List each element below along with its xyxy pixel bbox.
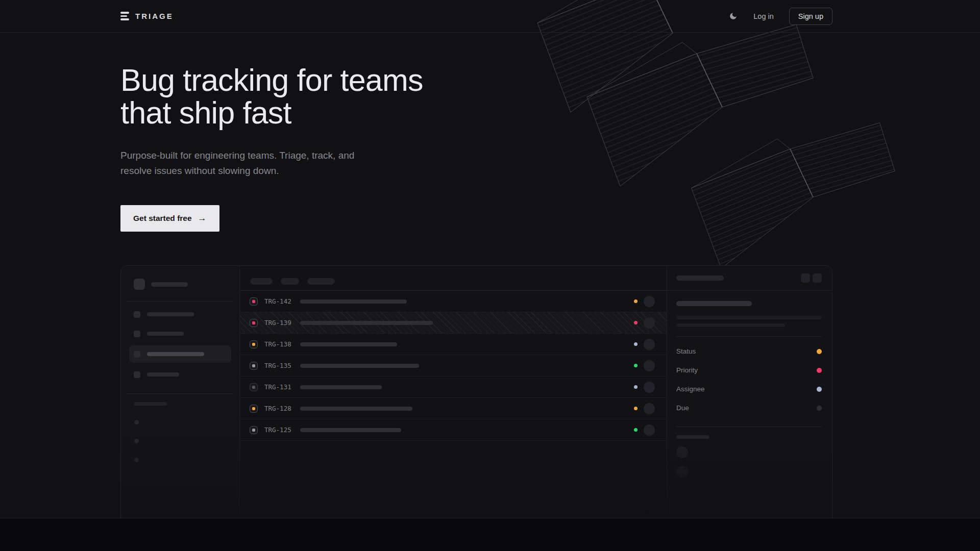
issue-type-icon bbox=[250, 426, 258, 434]
sidebar-item[interactable] bbox=[129, 307, 231, 322]
issue-status-dot bbox=[634, 299, 638, 303]
tab-placeholder[interactable] bbox=[250, 278, 273, 285]
issue-id: TRG-131 bbox=[264, 383, 295, 391]
sidebar-item[interactable] bbox=[129, 367, 231, 382]
signup-button[interactable]: Sign up bbox=[789, 8, 832, 25]
issue-type-icon bbox=[250, 405, 258, 413]
issue-type-dot bbox=[252, 429, 255, 432]
issue-row[interactable]: TRG-131 bbox=[240, 377, 667, 398]
sidebar-item-icon bbox=[134, 371, 140, 378]
issue-row[interactable]: TRG-142 bbox=[240, 291, 667, 312]
sidebar-item[interactable] bbox=[129, 326, 231, 341]
detail-field-row[interactable]: Assignee bbox=[676, 380, 822, 398]
theme-toggle-button[interactable] bbox=[729, 12, 738, 21]
issue-type-icon bbox=[250, 340, 258, 348]
sidebar-item-label-placeholder bbox=[147, 332, 184, 336]
issue-title-placeholder bbox=[300, 407, 412, 411]
detail-avatar-placeholder bbox=[676, 446, 688, 458]
issue-type-dot bbox=[252, 407, 255, 410]
get-started-button[interactable]: Get started free → bbox=[120, 205, 219, 232]
detail-divider bbox=[676, 336, 822, 337]
issue-type-icon bbox=[250, 362, 258, 370]
detail-fields: StatusPriorityAssigneeDue bbox=[676, 342, 822, 417]
sidebar-divider bbox=[127, 301, 233, 302]
detail-field-value-dot bbox=[817, 406, 822, 411]
sidebar-section-label-placeholder bbox=[134, 402, 167, 406]
detail-avatar-placeholder bbox=[676, 466, 688, 478]
issue-list: TRG-142TRG-139TRG-138TRG-135TRG-131TRG-1… bbox=[240, 291, 667, 441]
mockup-sidebar bbox=[121, 266, 240, 518]
brand-logo[interactable]: TRIAGE bbox=[120, 12, 174, 20]
sidebar-item[interactable] bbox=[129, 345, 231, 363]
detail-section-label-placeholder bbox=[676, 435, 709, 439]
issue-id: TRG-125 bbox=[264, 426, 295, 434]
issue-type-icon bbox=[250, 383, 258, 391]
hero-subtitle: Purpose-built for engineering teams. Tri… bbox=[120, 148, 423, 179]
detail-title-placeholder bbox=[676, 301, 752, 306]
hero-section: TRIAGE Log in Sign up Bug tracking for t… bbox=[0, 0, 980, 518]
moon-icon bbox=[729, 12, 738, 20]
issue-status-dot bbox=[634, 428, 638, 432]
issue-row[interactable]: TRG-139 bbox=[240, 312, 667, 334]
issue-type-icon bbox=[250, 297, 258, 306]
hero-title-line1: Bug tracking for teams bbox=[120, 64, 423, 96]
detail-field-label: Status bbox=[676, 347, 696, 355]
tab-placeholder[interactable] bbox=[307, 278, 335, 285]
issue-status-dot bbox=[634, 342, 638, 346]
workspace-switcher[interactable] bbox=[129, 279, 231, 290]
issue-row[interactable]: TRG-135 bbox=[240, 355, 667, 377]
sidebar-item-label-placeholder bbox=[147, 312, 194, 316]
get-started-label: Get started free bbox=[133, 214, 192, 223]
detail-field-row[interactable]: Due bbox=[676, 398, 822, 417]
sidebar-list bbox=[129, 420, 231, 462]
issue-assignee-avatar bbox=[644, 382, 655, 393]
issue-type-icon bbox=[250, 319, 258, 327]
issue-title-placeholder bbox=[300, 364, 419, 368]
detail-text-placeholder bbox=[676, 316, 822, 319]
workspace-name-placeholder bbox=[151, 282, 188, 287]
detail-field-row[interactable]: Priority bbox=[676, 361, 822, 380]
hero-title: Bug tracking for teams that ship fast bbox=[120, 64, 423, 129]
issue-assignee-avatar bbox=[644, 296, 655, 307]
issue-row[interactable]: TRG-125 bbox=[240, 419, 667, 441]
workspace-avatar bbox=[134, 279, 145, 290]
issue-assignee-avatar bbox=[644, 317, 655, 329]
sidebar-item-icon bbox=[134, 311, 140, 318]
mockup-detail-panel: StatusPriorityAssigneeDue bbox=[667, 266, 832, 518]
detail-field-label: Priority bbox=[676, 366, 698, 374]
tab-placeholder[interactable] bbox=[281, 278, 299, 285]
issue-id: TRG-138 bbox=[264, 340, 295, 348]
issue-title-placeholder bbox=[300, 342, 397, 346]
detail-field-value-dot bbox=[817, 368, 822, 373]
detail-action-button[interactable] bbox=[801, 273, 810, 283]
issue-title-placeholder bbox=[300, 299, 407, 304]
detail-field-label: Due bbox=[676, 404, 689, 412]
issue-id: TRG-128 bbox=[264, 405, 295, 412]
detail-field-label: Assignee bbox=[676, 385, 705, 393]
issue-row[interactable]: TRG-138 bbox=[240, 334, 667, 355]
detail-field-row[interactable]: Status bbox=[676, 342, 822, 361]
hero-subtitle-line2: resolve issues without slowing down. bbox=[120, 163, 423, 179]
detail-header-placeholder bbox=[676, 276, 724, 281]
issue-title-placeholder bbox=[300, 385, 382, 389]
issue-type-dot bbox=[252, 364, 255, 367]
mockup-issue-list-panel: TRG-142TRG-139TRG-138TRG-135TRG-131TRG-1… bbox=[240, 266, 667, 518]
brand-name: TRIAGE bbox=[135, 12, 174, 20]
issue-id: TRG-142 bbox=[264, 297, 295, 305]
issue-id: TRG-139 bbox=[264, 319, 295, 327]
issue-status-dot bbox=[634, 364, 638, 367]
login-link[interactable]: Log in bbox=[753, 12, 774, 20]
issue-assignee-avatar bbox=[644, 424, 655, 436]
sidebar-list-item-dot bbox=[134, 439, 139, 443]
triage-logo-icon bbox=[120, 12, 130, 20]
issue-title-placeholder bbox=[300, 321, 433, 325]
mockup-tab-bar bbox=[240, 266, 667, 291]
detail-action-button[interactable] bbox=[813, 273, 822, 283]
sidebar-item-label-placeholder bbox=[147, 372, 179, 377]
issue-row[interactable]: TRG-128 bbox=[240, 398, 667, 419]
issue-type-dot bbox=[252, 386, 255, 389]
detail-divider bbox=[676, 427, 822, 427]
hero-subtitle-line1: Purpose-built for engineering teams. Tri… bbox=[120, 148, 423, 163]
top-nav: TRIAGE Log in Sign up bbox=[0, 0, 980, 33]
issue-assignee-avatar bbox=[644, 360, 655, 371]
